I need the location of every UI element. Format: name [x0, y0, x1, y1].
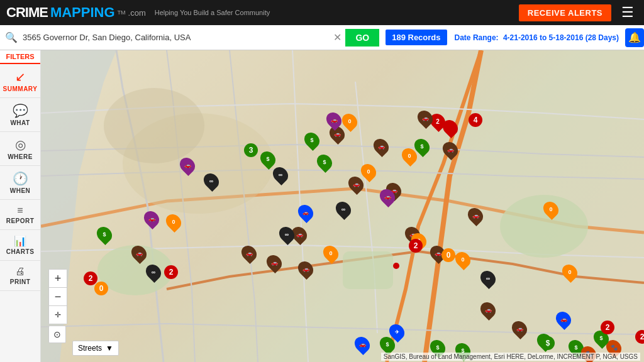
- date-range: Date Range: 4-21-2016 to 5-18-2016 (28 D…: [455, 33, 619, 42]
- where-icon: ◎: [15, 137, 26, 152]
- header: CRIMEMAPPINGTM.com Helping You Build a S…: [0, 0, 644, 25]
- cluster-3-green[interactable]: 3: [244, 143, 258, 157]
- sidebar-item-print[interactable]: 🖨 PRINT: [0, 261, 40, 291]
- what-icon: 💬: [13, 103, 28, 118]
- basemap-label: Streets: [78, 344, 102, 353]
- where-label: WHERE: [8, 153, 33, 160]
- zoom-out-button[interactable]: −: [49, 288, 67, 305]
- logo-mapping: MAPPING: [50, 4, 115, 21]
- cluster-2-red-2[interactable]: 2: [164, 265, 178, 279]
- hamburger-menu-button[interactable]: ☰: [618, 4, 638, 21]
- report-icon: ≡: [17, 205, 23, 216]
- sidebar-item-report[interactable]: ≡ REPORT: [0, 200, 40, 230]
- cluster-green-dollar[interactable]: $: [541, 336, 555, 350]
- cluster-2-red-1[interactable]: 2: [84, 272, 97, 285]
- records-badge: 189 Records: [386, 30, 447, 45]
- zoom-north-button[interactable]: ✛: [49, 306, 67, 324]
- basemap-chevron-icon: ▼: [106, 344, 113, 353]
- filters-label: FILTERS: [0, 50, 40, 64]
- svg-point-5: [104, 88, 204, 163]
- logo-tm: TM: [118, 9, 126, 16]
- sidebar-item-when[interactable]: 🕐 WHEN: [0, 166, 40, 200]
- print-label: PRINT: [10, 278, 31, 285]
- locate-button[interactable]: ⊙: [48, 326, 66, 343]
- cluster-orange-1[interactable]: 0: [94, 282, 108, 295]
- what-label: WHAT: [10, 119, 30, 126]
- map-container[interactable]: 🚗 🚗 🚗 🚗 🚗 🚗 🚗 🚗 🚗 🚗 🚗 0 0 0 0 0: [41, 50, 644, 362]
- charts-label: CHARTS: [6, 248, 35, 255]
- receive-alerts-button[interactable]: RECEIVE ALERTS: [519, 4, 611, 21]
- cluster-2-red-4[interactable]: 2: [601, 321, 614, 334]
- searchbar: 🔍 ✕ GO 189 Records Date Range: 4-21-2016…: [0, 25, 644, 50]
- dot-red: [393, 263, 399, 269]
- go-button[interactable]: GO: [345, 29, 379, 47]
- sidebar: FILTERS ↙ SUMMARY 💬 WHAT ◎ WHERE 🕐 WHEN …: [0, 50, 41, 362]
- when-icon: 🕐: [13, 171, 28, 186]
- search-icon: 🔍: [0, 31, 23, 43]
- logo-area: CRIMEMAPPINGTM.com: [6, 4, 146, 21]
- report-label: REPORT: [6, 217, 35, 224]
- basemap-selector[interactable]: Streets ▼: [72, 341, 119, 356]
- svg-rect-3: [343, 251, 393, 289]
- summary-icon: ↙: [15, 69, 26, 84]
- notification-bell-button[interactable]: 🔔: [625, 28, 644, 47]
- logo-crime: CRIME: [6, 4, 48, 21]
- cluster-4-red[interactable]: 4: [469, 113, 482, 127]
- sidebar-item-where[interactable]: ◎ WHERE: [0, 132, 40, 166]
- when-label: WHEN: [10, 187, 31, 194]
- sidebar-item-summary[interactable]: ↙ SUMMARY: [0, 64, 40, 98]
- print-icon: 🖨: [15, 266, 25, 277]
- cluster-2-red-3[interactable]: 2: [409, 239, 423, 253]
- search-input[interactable]: [23, 33, 330, 42]
- charts-icon: 📊: [14, 235, 26, 247]
- cluster-orange-2[interactable]: 0: [441, 248, 455, 262]
- esri-attribution: SanGIS, Bureau of Land Management, Esri …: [381, 353, 640, 361]
- logo-tagline: Helping You Build a Safer Community: [155, 9, 270, 16]
- clear-button[interactable]: ✕: [330, 31, 345, 43]
- logo-com-text: .com: [128, 8, 146, 18]
- sidebar-item-charts[interactable]: 📊 CHARTS: [0, 230, 40, 261]
- zoom-controls: + − ✛: [48, 269, 67, 324]
- zoom-in-button[interactable]: +: [49, 270, 67, 287]
- sidebar-item-what[interactable]: 💬 WHAT: [0, 98, 40, 132]
- summary-label: SUMMARY: [3, 85, 38, 92]
- date-range-value: 4-21-2016 to 5-18-2016 (28 Days): [503, 33, 619, 42]
- date-range-label: Date Range:: [455, 33, 499, 42]
